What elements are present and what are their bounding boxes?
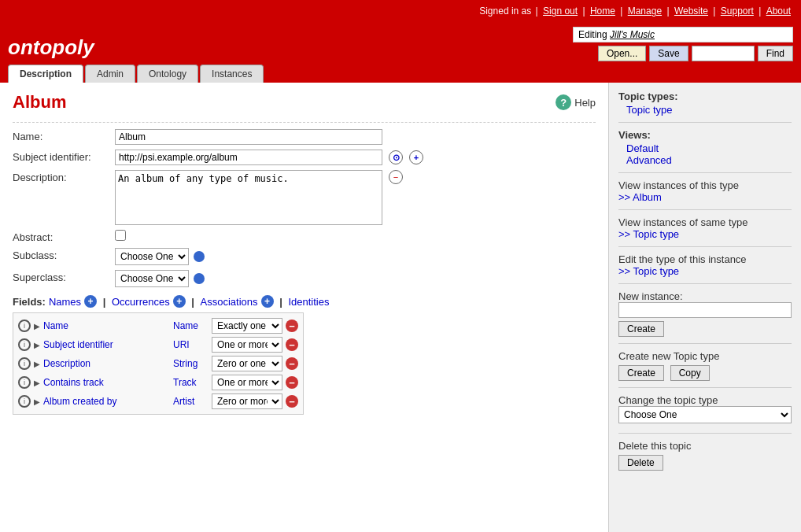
advanced-view-link[interactable]: Advanced <box>626 154 672 166</box>
field-remove-0[interactable]: − <box>286 320 298 332</box>
new-instance-input[interactable] <box>618 302 792 318</box>
tab-instances[interactable]: Instances <box>200 65 264 83</box>
field-arrow-1: ▶ <box>34 341 40 349</box>
associations-link[interactable]: Associations <box>201 296 258 308</box>
identities-link[interactable]: Identities <box>288 296 329 308</box>
superclass-select[interactable]: Choose One <box>115 270 189 287</box>
header: ontopoly Editing Jill's Music Open... Sa… <box>0 22 801 65</box>
field-cardinality-2[interactable]: Exactly one One or more Zero or one Zero… <box>212 356 282 371</box>
names-add-icon[interactable]: + <box>84 295 97 308</box>
abstract-value <box>115 230 596 243</box>
field-info-icon-1[interactable]: i <box>18 338 31 351</box>
help-icon: ? <box>556 94 571 110</box>
divider-7 <box>618 387 792 388</box>
content-area: Album ? Help Name: Subject identifier: <box>0 83 608 532</box>
name-input[interactable] <box>115 129 382 145</box>
topic-type-link[interactable]: Topic type <box>626 104 673 116</box>
associations-add-icon[interactable]: + <box>261 295 274 308</box>
tab-description[interactable]: Description <box>8 65 83 83</box>
create-instance-button[interactable]: Create <box>618 321 664 337</box>
superclass-value: Choose One <box>115 270 596 287</box>
subclass-row-inner: Choose One <box>115 248 596 265</box>
field-info-icon-3[interactable]: i <box>18 376 31 389</box>
view-instances-label: View instances of this type <box>618 179 792 191</box>
field-remove-3[interactable]: − <box>286 376 298 389</box>
topic-types-title: Topic types: <box>618 91 792 102</box>
about-link[interactable]: About <box>766 6 791 17</box>
subclass-select[interactable]: Choose One <box>115 248 189 265</box>
signed-in-text: Signed in as <box>479 6 531 17</box>
field-info-icon-2[interactable]: i <box>18 357 31 370</box>
superclass-label: Superclass: <box>13 270 115 283</box>
new-instance-label: New instance: <box>618 290 792 302</box>
field-type-3: Track <box>173 377 209 388</box>
field-cardinality-0[interactable]: Exactly one One or more Zero or one Zero… <box>212 318 282 334</box>
view-same-type-link[interactable]: >> Topic type <box>618 228 679 240</box>
manage-link[interactable]: Manage <box>628 6 662 17</box>
field-row-contains-track: i ▶ Contains track Track Exactly one One… <box>13 373 303 392</box>
names-link[interactable]: Names <box>49 296 81 308</box>
subclass-value: Choose One <box>115 248 596 265</box>
divider-1 <box>618 122 792 123</box>
edit-type-link[interactable]: >> Topic type <box>618 265 679 277</box>
divider-2 <box>618 172 792 173</box>
create-topic-type-button[interactable]: Create <box>618 365 664 381</box>
occurrences-link[interactable]: Occurrences <box>112 296 170 308</box>
field-name-link-2[interactable]: Description <box>43 358 90 369</box>
field-arrow-2: ▶ <box>34 360 40 368</box>
sign-out-link[interactable]: Sign out <box>543 6 578 17</box>
delete-button[interactable]: Delete <box>618 455 663 471</box>
tab-nav: Description Admin Ontology Instances <box>0 65 801 83</box>
view-instances-link[interactable]: >> Album <box>618 191 662 203</box>
field-remove-2[interactable]: − <box>286 357 298 370</box>
views-title: Views: <box>618 129 792 141</box>
field-name-link-4[interactable]: Album created by <box>43 396 116 407</box>
abstract-checkbox[interactable] <box>115 230 126 241</box>
occurrences-add-icon[interactable]: + <box>173 295 186 308</box>
field-cardinality-4[interactable]: Exactly one One or more Zero or one Zero… <box>212 393 282 409</box>
name-label: Name: <box>13 129 115 142</box>
field-remove-4[interactable]: − <box>286 395 298 408</box>
field-name-link-1[interactable]: Subject identifier <box>43 339 113 350</box>
subject-id-search-icon[interactable]: ⊙ <box>389 150 403 164</box>
help-button[interactable]: ? Help <box>556 94 596 110</box>
subject-id-add-icon[interactable]: + <box>409 150 423 164</box>
field-cardinality-3[interactable]: Exactly one One or more Zero or one Zero… <box>212 375 282 390</box>
field-arrow-3: ▶ <box>34 379 40 387</box>
save-button[interactable]: Save <box>649 46 688 61</box>
tab-ontology[interactable]: Ontology <box>137 65 198 83</box>
field-info-icon-4[interactable]: i <box>18 395 31 408</box>
subject-id-row: Subject identifier: ⊙ + <box>13 150 596 165</box>
open-button[interactable]: Open... <box>598 46 646 61</box>
field-cardinality-1[interactable]: Exactly one One or more Zero or one Zero… <box>212 337 282 353</box>
find-button[interactable]: Find <box>758 46 793 61</box>
description-remove-icon[interactable]: − <box>389 170 403 184</box>
editing-label: Editing Jill's Music <box>573 27 793 42</box>
topic-type-link-wrapper: Topic type <box>618 104 792 116</box>
abstract-label: Abstract: <box>13 230 115 243</box>
field-type-1: URI <box>173 339 209 350</box>
sidebar: Topic types: Topic type Views: Default A… <box>608 83 801 532</box>
find-input[interactable] <box>692 46 755 61</box>
website-link[interactable]: Website <box>674 6 708 17</box>
field-info-icon-0[interactable]: i <box>18 320 31 332</box>
subject-id-input[interactable] <box>115 150 382 165</box>
support-link[interactable]: Support <box>721 6 754 17</box>
default-view-link[interactable]: Default <box>626 142 659 154</box>
copy-button[interactable]: Copy <box>670 365 710 381</box>
divider-5 <box>618 283 792 284</box>
tab-admin[interactable]: Admin <box>85 65 135 83</box>
change-topic-type-select[interactable]: Choose One <box>618 406 792 423</box>
field-name-link-3[interactable]: Contains track <box>43 377 104 388</box>
field-type-2: String <box>173 358 209 369</box>
view-same-type-label: View instances of same type <box>618 216 792 228</box>
field-row-album-created-by: i ▶ Album created by Artist Exactly one … <box>13 392 303 411</box>
header-right: Editing Jill's Music Open... Save Find <box>573 27 793 65</box>
field-remove-1[interactable]: − <box>286 338 298 351</box>
delete-topic-label: Delete this topic <box>618 440 792 452</box>
field-name-link-0[interactable]: Name <box>43 320 68 331</box>
home-link[interactable]: Home <box>590 6 615 17</box>
description-textarea[interactable]: An album of any type of music. <box>115 170 382 225</box>
description-label: Description: <box>13 170 115 183</box>
subject-id-label: Subject identifier: <box>13 150 115 163</box>
